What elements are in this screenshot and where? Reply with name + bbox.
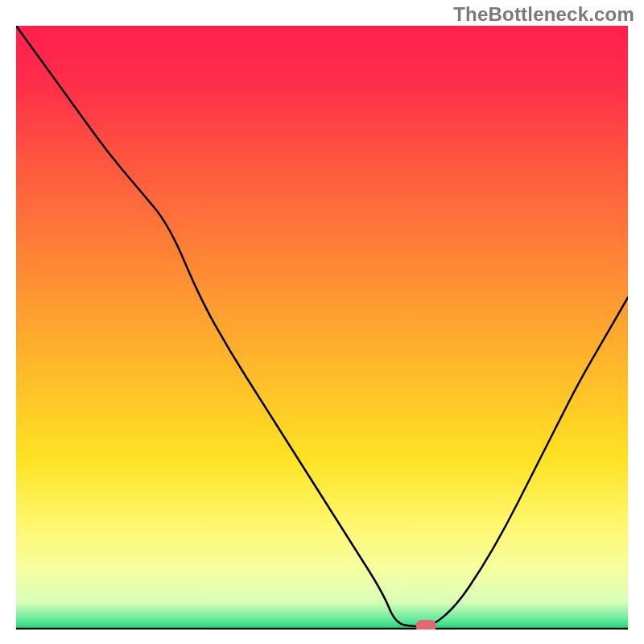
chart-stage: TheBottleneck.com <box>0 0 644 644</box>
gradient-background <box>16 26 628 630</box>
plot-svg <box>16 26 628 630</box>
optimal-marker <box>416 621 436 630</box>
plot-area <box>16 26 628 630</box>
watermark-text: TheBottleneck.com <box>453 3 634 26</box>
